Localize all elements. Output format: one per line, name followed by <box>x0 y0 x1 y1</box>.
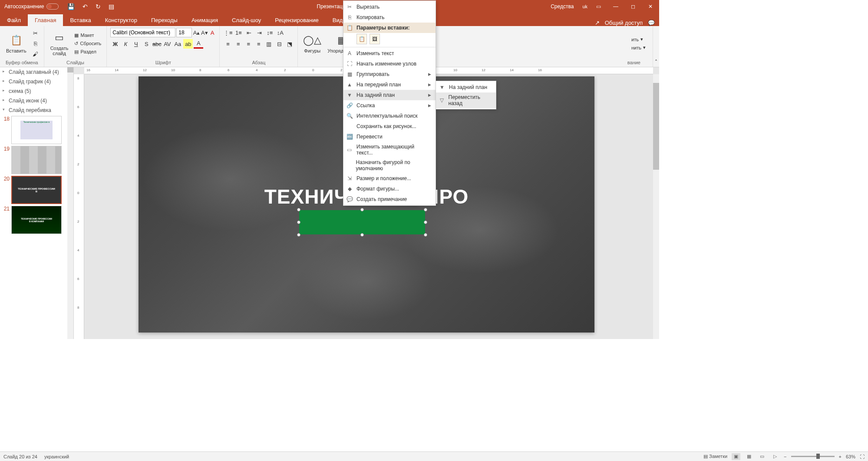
ctx-edit-text[interactable]: AИзменить текст <box>343 48 436 59</box>
align-left-icon[interactable]: ≡ <box>223 39 233 49</box>
slide-thumbnail[interactable]: Технические профессии в <box>11 116 62 144</box>
increase-font-icon[interactable]: A▴ <box>193 28 200 37</box>
outline-section-2[interactable]: Слайд график (4) <box>0 77 73 86</box>
bold-icon[interactable]: Ж <box>110 39 120 49</box>
copy-icon[interactable]: ⎘ <box>31 39 40 48</box>
layout-button[interactable]: ▦Макет <box>73 32 103 39</box>
italic-icon[interactable]: К <box>121 39 130 49</box>
submenu-send-backward[interactable]: ▽Переместить назад <box>436 92 496 108</box>
maximize-icon[interactable]: ◻ <box>627 0 640 13</box>
shapes-button[interactable]: ◯△ Фигуры <box>301 33 323 54</box>
ctx-group[interactable]: ▦Группировать▶ <box>343 69 436 79</box>
highlight-icon[interactable]: ab <box>183 39 193 49</box>
tab-slideshow[interactable]: Слайд-шоу <box>225 14 268 26</box>
ctx-bring-front[interactable]: ▲На передний план▶ <box>343 79 436 90</box>
tab-design[interactable]: Конструктор <box>98 14 144 26</box>
ctx-send-back[interactable]: ▼На задний план▶ <box>343 90 436 100</box>
share-button[interactable]: Общий доступ <box>605 20 643 26</box>
new-slide-button[interactable]: ▭ Создать слайд <box>48 30 71 57</box>
ctx-new-comment[interactable]: 💬Создать примечание <box>343 194 436 204</box>
ribbon-options-icon[interactable]: ▭ <box>592 0 605 13</box>
text-direction-icon[interactable]: ↕A <box>275 28 285 37</box>
resize-handle[interactable] <box>424 221 427 224</box>
decrease-indent-icon[interactable]: ⇤ <box>244 28 254 37</box>
slide-thumbnail[interactable]: ТЕХНИЧЕСКИЕ ПРОФЕССИИ В <box>11 176 62 204</box>
submenu-send-back[interactable]: ▼На задний план <box>436 82 496 92</box>
redo-icon[interactable]: ↻ <box>96 3 101 10</box>
cut-icon[interactable]: ✂ <box>31 28 40 38</box>
font-name-select[interactable] <box>110 28 175 37</box>
slide-thumbnail-panel[interactable]: Слайд заглавный (4) Слайд график (4) схе… <box>0 67 74 339</box>
outline-section-5[interactable]: Слайд перебивка <box>0 105 73 115</box>
close-icon[interactable]: ✕ <box>644 0 657 13</box>
bullets-icon[interactable]: ⋮≡ <box>223 28 233 37</box>
resize-handle[interactable] <box>424 233 427 237</box>
char-spacing-icon[interactable]: AV <box>162 39 172 49</box>
ctx-translate[interactable]: 🔤Перевести <box>343 132 436 142</box>
share-icon[interactable]: ↗ <box>595 20 600 26</box>
slide-thumbnail[interactable] <box>11 146 62 174</box>
shape-outline-button[interactable]: нить ▾ <box>630 44 647 51</box>
resize-handle[interactable] <box>360 233 364 237</box>
numbering-icon[interactable]: 1≡ <box>234 28 243 37</box>
resize-handle[interactable] <box>424 208 427 211</box>
minimize-icon[interactable]: — <box>609 0 622 13</box>
autosave-toggle[interactable]: Автосохранение <box>4 3 59 10</box>
format-painter-icon[interactable]: 🖌 <box>31 49 40 59</box>
paste-option-picture[interactable]: 🖼 <box>370 34 380 44</box>
ctx-format-shape[interactable]: ◆Формат фигуры... <box>343 184 436 194</box>
paste-button[interactable]: 📋 Вставить <box>3 33 29 54</box>
resize-handle[interactable] <box>297 233 300 237</box>
decrease-font-icon[interactable]: A▾ <box>201 28 208 37</box>
outline-section-1[interactable]: Слайд заглавный (4) <box>0 67 73 77</box>
ctx-smart-lookup[interactable]: 🔍Интеллектуальный поиск <box>343 111 436 121</box>
reset-button[interactable]: ↺Сбросить <box>73 40 103 47</box>
thumb-20[interactable]: 20 ТЕХНИЧЕСКИЕ ПРОФЕССИИ В <box>0 175 73 205</box>
start-slideshow-icon[interactable]: ▤ <box>109 3 114 10</box>
resize-handle[interactable] <box>297 221 300 224</box>
tab-file[interactable]: Файл <box>0 14 28 26</box>
underline-icon[interactable]: Ч <box>131 39 141 49</box>
align-center-icon[interactable]: ≡ <box>234 39 243 49</box>
font-color-icon[interactable]: A <box>194 39 203 49</box>
shape-fill-button[interactable]: ить ▾ <box>630 36 647 43</box>
editor-scrollbar[interactable] <box>653 74 659 339</box>
comments-icon[interactable]: 💬 <box>648 20 655 26</box>
strike-icon[interactable]: abc <box>152 39 162 49</box>
smartart-icon[interactable]: ⬔ <box>285 39 294 49</box>
panel-scrollbar[interactable] <box>67 67 73 339</box>
shadow-icon[interactable]: S <box>142 39 151 49</box>
thumb-21[interactable]: 21 ТЕХНИЧЕСКИЕ ПРОФЕССИИ В КОМПАНИИ <box>0 205 73 235</box>
justify-icon[interactable]: ≡ <box>254 39 264 49</box>
ctx-cut[interactable]: ✂Вырезать <box>343 2 436 12</box>
tab-review[interactable]: Рецензирование <box>268 14 325 26</box>
ctx-save-picture[interactable]: Сохранить как рисунок... <box>343 121 436 132</box>
align-text-icon[interactable]: ⊟ <box>274 39 284 49</box>
ctx-default-shape[interactable]: Назначить фигурой по умолчанию <box>343 158 436 173</box>
save-icon[interactable]: 💾 <box>67 3 75 10</box>
tab-animations[interactable]: Анимация <box>185 14 225 26</box>
align-right-icon[interactable]: ≡ <box>244 39 254 49</box>
slide-thumbnail[interactable]: ТЕХНИЧЕСКИЕ ПРОФЕССИИ В КОМПАНИИ <box>11 206 62 234</box>
tab-transitions[interactable]: Переходы <box>144 14 185 26</box>
collapse-ribbon-icon[interactable]: ˄ <box>653 26 659 67</box>
outline-section-4[interactable]: Слайд иконк (4) <box>0 96 73 105</box>
ctx-alt-text[interactable]: ▭Изменить замещающий текст... <box>343 142 436 158</box>
outline-section-3[interactable]: схема (5) <box>0 86 73 96</box>
ctx-edit-points[interactable]: ⛶Начать изменение узлов <box>343 59 436 69</box>
thumb-18[interactable]: 18 Технические профессии в <box>0 115 73 145</box>
tab-home[interactable]: Главная <box>28 14 63 26</box>
ctx-size-position[interactable]: ⇲Размер и положение... <box>343 173 436 184</box>
tab-insert[interactable]: Вставка <box>63 14 98 26</box>
resize-handle[interactable] <box>360 208 364 211</box>
resize-handle[interactable] <box>297 208 300 211</box>
clear-format-icon[interactable]: A <box>209 28 216 37</box>
line-spacing-icon[interactable]: ↕≡ <box>265 28 274 37</box>
columns-icon[interactable]: ▥ <box>264 39 274 49</box>
ctx-link[interactable]: 🔗Ссылка▶ <box>343 100 436 111</box>
change-case-icon[interactable]: Aa <box>173 39 182 49</box>
undo-icon[interactable]: ↶ <box>83 3 88 10</box>
section-button[interactable]: ▤Раздел <box>73 48 103 56</box>
ctx-copy[interactable]: ⎘Копировать <box>343 12 436 23</box>
paste-option-dest-theme[interactable]: 📋 <box>356 34 367 44</box>
